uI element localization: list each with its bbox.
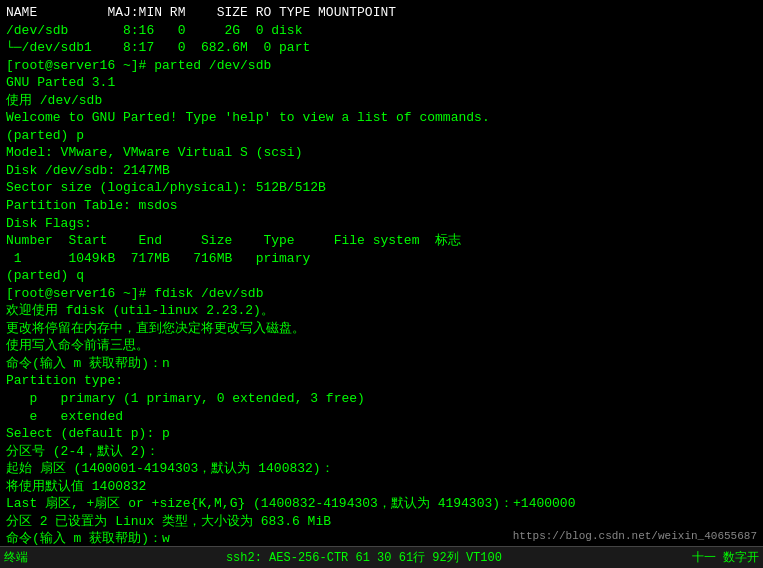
terminal-line: Sector size (logical/physical): 512B/512… (6, 179, 757, 197)
terminal-line: 欢迎使用 fdisk (util-linux 2.23.2)。 (6, 302, 757, 320)
status-keyboard-info: 十一 数字开 (692, 549, 759, 566)
terminal-line: Disk Flags: (6, 215, 757, 233)
terminal-line: 分区号 (2-4，默认 2)： (6, 443, 757, 461)
terminal-line: Welcome to GNU Parted! Type 'help' to vi… (6, 109, 757, 127)
terminal-line: e extended (6, 408, 757, 426)
terminal-line: GNU Parted 3.1 (6, 74, 757, 92)
terminal-line: /dev/sdb 8:16 0 2G 0 disk (6, 22, 757, 40)
terminal-line: Model: VMware, VMware Virtual S (scsi) (6, 144, 757, 162)
terminal-line: 将使用默认值 1400832 (6, 478, 757, 496)
watermark-url: https://blog.csdn.net/weixin_40655687 (513, 530, 757, 542)
terminal-line: Last 扇区, +扇区 or +size{K,M,G} (1400832-41… (6, 495, 757, 513)
terminal-line: 命令(输入 m 获取帮助)：n (6, 355, 757, 373)
status-connection-info: ssh2: AES-256-CTR 61 30 61行 92列 VT100 (36, 549, 692, 566)
terminal-line: [root@server16 ~]# fdisk /dev/sdb (6, 285, 757, 303)
terminal-line: Partition Table: msdos (6, 197, 757, 215)
terminal-line: Disk /dev/sdb: 2147MB (6, 162, 757, 180)
terminal-line: Number Start End Size Type File system 标… (6, 232, 757, 250)
terminal-line: Select (default p): p (6, 425, 757, 443)
terminal-line: 使用写入命令前请三思。 (6, 337, 757, 355)
terminal-line: p primary (1 primary, 0 extended, 3 free… (6, 390, 757, 408)
terminal-line: 分区 2 已设置为 Linux 类型，大小设为 683.6 MiB (6, 513, 757, 531)
terminal-line: 更改将停留在内存中，直到您决定将更改写入磁盘。 (6, 320, 757, 338)
terminal-line: 起始 扇区 (1400001-4194303，默认为 1400832)： (6, 460, 757, 478)
terminal-line: Partition type: (6, 372, 757, 390)
terminal-line: [root@server16 ~]# parted /dev/sdb (6, 57, 757, 75)
status-terminal-label: 终端 (4, 549, 36, 566)
terminal-line: (parted) p (6, 127, 757, 145)
terminal-line: └─/dev/sdb1 8:17 0 682.6M 0 part (6, 39, 757, 57)
terminal-line: 使用 /dev/sdb (6, 92, 757, 110)
terminal-output: NAME MAJ:MIN RM SIZE RO TYPE MOUNTPOINT/… (0, 0, 763, 546)
status-bar: 终端 ssh2: AES-256-CTR 61 30 61行 92列 VT100… (0, 546, 763, 568)
terminal-line: NAME MAJ:MIN RM SIZE RO TYPE MOUNTPOINT (6, 4, 757, 22)
terminal-line: 1 1049kB 717MB 716MB primary (6, 250, 757, 268)
terminal-line: (parted) q (6, 267, 757, 285)
